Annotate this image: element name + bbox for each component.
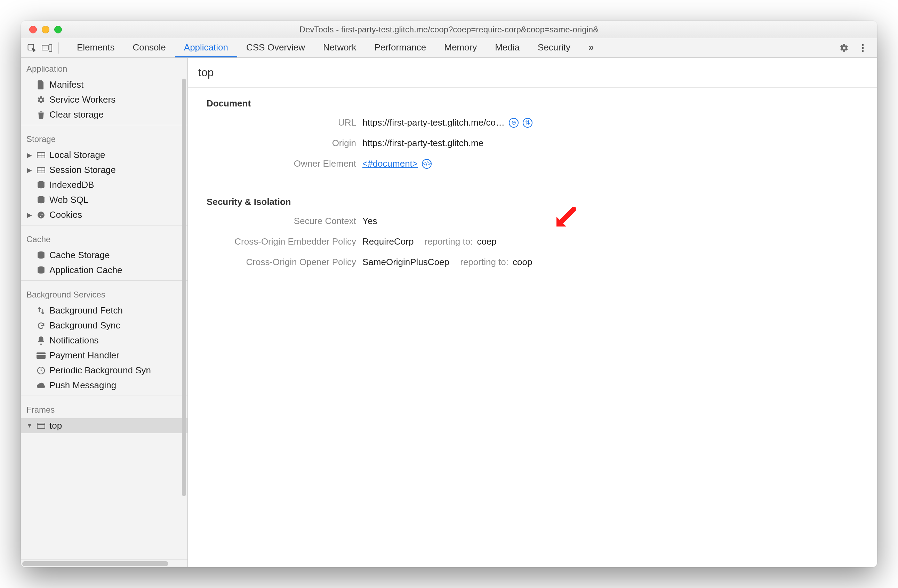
sidebar-item-label: top <box>49 420 62 431</box>
sidebar-item-indexeddb[interactable]: IndexedDB <box>21 177 188 192</box>
sidebar-item-label: Manifest <box>49 79 83 90</box>
expand-arrow-icon[interactable]: ▶ <box>26 151 33 159</box>
sidebar-section-storage: Storage <box>21 128 188 148</box>
sidebar-item-notifications[interactable]: Notifications <box>21 333 188 348</box>
database-icon <box>36 180 46 190</box>
sidebar-item-push-messaging[interactable]: Push Messaging <box>21 378 188 393</box>
url-value: https://first-party-test.glitch.me/co… <box>362 117 504 128</box>
credit-card-icon <box>36 351 46 360</box>
owner-element-link[interactable]: <#document> <box>362 158 418 169</box>
svg-rect-10 <box>42 155 45 158</box>
expand-arrow-icon[interactable]: ▶ <box>26 211 33 219</box>
reveal-in-elements-icon[interactable]: </> <box>422 159 432 169</box>
database-icon <box>36 251 46 260</box>
tab-elements[interactable]: Elements <box>68 38 123 57</box>
coep-label: Cross-Origin Embedder Policy <box>207 236 356 247</box>
sidebar-item-label: Session Storage <box>49 165 116 175</box>
svg-rect-12 <box>38 168 41 170</box>
sidebar-item-frame-top[interactable]: ▼ top <box>21 418 188 433</box>
tab-application[interactable]: Application <box>175 38 237 57</box>
security-section-heading: Security & Isolation <box>207 197 863 207</box>
sync-icon <box>36 321 46 331</box>
sidebar-item-label: Cookies <box>49 209 82 220</box>
sidebar-item-label: Application Cache <box>49 265 122 276</box>
svg-rect-1 <box>42 45 48 50</box>
tab-css-overview[interactable]: CSS Overview <box>237 38 314 57</box>
collapse-arrow-icon[interactable]: ▼ <box>26 422 33 429</box>
sidebar-item-label: Service Workers <box>49 94 115 105</box>
coop-label: Cross-Origin Opener Policy <box>207 257 356 268</box>
sidebar-item-local-storage[interactable]: ▶ Local Storage <box>21 148 188 163</box>
reveal-in-network-icon[interactable]: ⇅ <box>523 118 532 128</box>
clock-icon <box>36 366 46 376</box>
tab-memory[interactable]: Memory <box>435 38 486 57</box>
tab-performance[interactable]: Performance <box>365 38 435 57</box>
sidebar-horizontal-scrollbar[interactable] <box>21 559 188 567</box>
sidebar-item-label: Background Sync <box>49 320 120 331</box>
svg-point-21 <box>40 216 41 217</box>
window-icon <box>36 421 46 431</box>
table-icon <box>36 165 46 175</box>
svg-rect-2 <box>49 45 52 51</box>
svg-rect-27 <box>37 423 45 429</box>
tab-security[interactable]: Security <box>529 38 580 57</box>
sidebar-section-application: Application <box>21 58 188 77</box>
reveal-in-sources-icon[interactable]: ⊖ <box>509 118 518 128</box>
sidebar-item-bg-sync[interactable]: Background Sync <box>21 318 188 333</box>
sidebar-item-session-storage[interactable]: ▶ Session Storage <box>21 163 188 177</box>
coop-value: SameOriginPlusCoep <box>362 257 449 268</box>
svg-point-20 <box>42 214 42 215</box>
application-sidebar: Application Manifest Service Workers <box>21 58 188 567</box>
svg-rect-24 <box>37 352 46 359</box>
sidebar-item-label: Cache Storage <box>49 250 109 260</box>
file-icon <box>36 80 46 90</box>
expand-arrow-icon[interactable]: ▶ <box>26 166 33 174</box>
sidebar-item-manifest[interactable]: Manifest <box>21 77 188 92</box>
svg-rect-7 <box>38 153 41 155</box>
sidebar-item-cache-storage[interactable]: Cache Storage <box>21 248 188 263</box>
owner-element-label: Owner Element <box>207 158 356 169</box>
main-panel: top Document URL https://first-party-tes… <box>188 58 877 567</box>
svg-rect-14 <box>38 171 41 172</box>
sidebar-item-bg-fetch[interactable]: Background Fetch <box>21 303 188 318</box>
origin-value: https://first-party-test.glitch.me <box>362 138 483 149</box>
svg-rect-13 <box>42 168 45 170</box>
sidebar-scrollbar[interactable] <box>182 79 186 496</box>
device-toolbar-icon[interactable] <box>41 42 53 54</box>
sidebar-item-payment-handler[interactable]: Payment Handler <box>21 348 188 363</box>
sidebar-section-bg-services: Background Services <box>21 283 188 303</box>
sidebar-item-clear-storage[interactable]: Clear storage <box>21 107 188 122</box>
database-icon <box>36 195 46 205</box>
svg-rect-25 <box>37 354 46 355</box>
tab-console[interactable]: Console <box>123 38 175 57</box>
inspect-element-icon[interactable] <box>26 42 38 54</box>
coop-reporting-prefix: reporting to: <box>460 257 509 268</box>
sidebar-item-websql[interactable]: Web SQL <box>21 192 188 207</box>
sidebar-horizontal-scrollbar-thumb[interactable] <box>22 561 168 566</box>
url-label: URL <box>207 117 356 128</box>
devtools-toolbar: Elements Console Application CSS Overvie… <box>21 38 877 58</box>
svg-point-19 <box>39 213 40 214</box>
tabs-overflow-icon[interactable]: » <box>580 38 602 57</box>
coep-value: RequireCorp <box>362 236 414 247</box>
frame-title: top <box>188 58 877 88</box>
sidebar-item-app-cache[interactable]: Application Cache <box>21 263 188 278</box>
svg-rect-8 <box>42 153 45 155</box>
trash-icon <box>36 110 46 120</box>
svg-point-18 <box>38 212 45 219</box>
sidebar-item-label: IndexedDB <box>49 180 94 190</box>
svg-rect-9 <box>38 155 41 158</box>
sidebar-item-cookies[interactable]: ▶ Cookies <box>21 207 188 222</box>
settings-gear-icon[interactable] <box>838 42 850 54</box>
tab-network[interactable]: Network <box>314 38 365 57</box>
tab-media[interactable]: Media <box>486 38 529 57</box>
origin-label: Origin <box>207 138 356 149</box>
sidebar-item-label: Clear storage <box>49 109 104 120</box>
coep-reporting-prefix: reporting to: <box>424 236 473 247</box>
svg-point-4 <box>862 47 864 49</box>
sidebar-item-service-workers[interactable]: Service Workers <box>21 92 188 107</box>
database-icon <box>36 265 46 275</box>
coep-reporting-target: coep <box>477 236 496 247</box>
kebab-menu-icon[interactable] <box>857 42 869 54</box>
sidebar-item-periodic-bg-sync[interactable]: Periodic Background Syn <box>21 363 188 378</box>
